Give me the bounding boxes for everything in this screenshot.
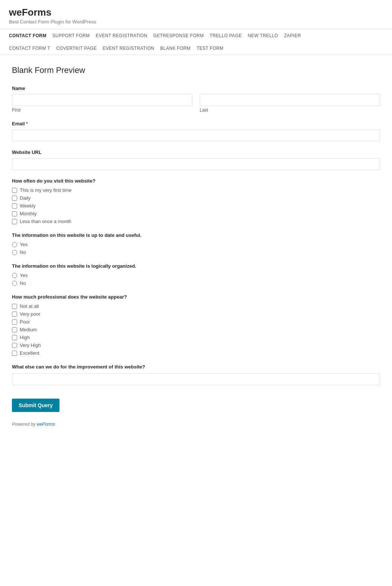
nav-item-new-trello[interactable]: NEW TRELLO <box>248 29 284 42</box>
professional-option-0[interactable]: Not at all <box>12 303 380 309</box>
site-header: weForms Best Contact Form Plugin for Wor… <box>0 0 392 29</box>
powered-by: Powered by weForms <box>12 422 380 427</box>
first-name-input[interactable] <box>12 94 192 106</box>
improvement-group: What else can we do for the improvement … <box>12 364 380 385</box>
first-label: First <box>12 107 192 113</box>
last-label: Last <box>200 107 380 113</box>
improvement-input[interactable] <box>12 373 380 385</box>
visit-options: This is my very first timeDailyWeeklyMon… <box>12 187 380 224</box>
nav-item-contact-form[interactable]: CONTACT FORM <box>9 29 52 42</box>
submit-button[interactable]: Submit Query <box>12 399 60 412</box>
professional-question: How much professional does the website a… <box>12 294 380 300</box>
visit-option-1[interactable]: Daily <box>12 195 380 201</box>
nav-item-covertkit-page[interactable]: COVERTKIT PAGE <box>56 42 103 55</box>
visit-option-2[interactable]: Weekly <box>12 203 380 209</box>
form-page-title: Blank Form Preview <box>12 65 380 75</box>
uptodate-option-0[interactable]: Yes <box>12 242 380 247</box>
site-tagline: Best Contact Form Plugin for WordPress <box>9 19 383 25</box>
visit-option-0[interactable]: This is my very first time <box>12 187 380 193</box>
nav-bar: CONTACT FORMSUPPORT FORMEVENT REGISTRATI… <box>0 29 392 55</box>
professional-option-3[interactable]: Medium <box>12 327 380 332</box>
professional-group: How much professional does the website a… <box>12 294 380 356</box>
professional-options: Not at allVery poorPoorMediumHighVery Hi… <box>12 303 380 356</box>
nav-row-1: CONTACT FORMSUPPORT FORMEVENT REGISTRATI… <box>9 29 383 42</box>
visit-frequency-group: How often do you visit this website? Thi… <box>12 178 380 224</box>
professional-option-1[interactable]: Very poor <box>12 311 380 317</box>
last-name-input[interactable] <box>200 94 380 106</box>
nav-item-event-registration[interactable]: EVENT REGISTRATION <box>103 42 160 55</box>
nav-row-2: CONTACT FORM TCOVERTKIT PAGEEVENT REGIST… <box>9 42 383 55</box>
uptodate-group: The information on this website is up to… <box>12 232 380 255</box>
nav-item-blank-form[interactable]: BLANK FORM <box>160 42 197 55</box>
visit-question: How often do you visit this website? <box>12 178 380 184</box>
nav-item-contact-form-t[interactable]: CONTACT FORM T <box>9 42 56 55</box>
email-label: Email* <box>12 121 380 126</box>
organized-question: The information on this website is logic… <box>12 263 380 269</box>
website-field-group: Website URL <box>12 149 380 170</box>
website-label: Website URL <box>12 149 380 155</box>
visit-option-3[interactable]: Monthly <box>12 211 380 216</box>
organized-options: YesNo <box>12 273 380 286</box>
nav-item-event-registration[interactable]: EVENT REGISTRATION <box>96 29 153 42</box>
required-marker: * <box>26 121 28 126</box>
organized-group: The information on this website is logic… <box>12 263 380 286</box>
name-row: First Last <box>12 94 380 113</box>
website-input[interactable] <box>12 158 380 170</box>
name-label: Name <box>12 86 380 91</box>
site-title: weForms <box>9 7 383 18</box>
professional-option-5[interactable]: Very High <box>12 342 380 348</box>
nav-item-getresponse-form[interactable]: GETRESPONSE FORM <box>153 29 210 42</box>
nav-item-zapier[interactable]: ZAPIER <box>284 29 307 42</box>
main-content: Blank Form Preview Name First Last Email… <box>0 55 392 442</box>
uptodate-options: YesNo <box>12 242 380 255</box>
organized-option-1[interactable]: No <box>12 280 380 286</box>
weforms-link[interactable]: weForms <box>37 422 55 427</box>
last-name-col: Last <box>200 94 380 113</box>
first-name-col: First <box>12 94 192 113</box>
improvement-question: What else can we do for the improvement … <box>12 364 380 370</box>
name-field-group: Name First Last <box>12 86 380 113</box>
email-field-group: Email* <box>12 121 380 141</box>
visit-option-4[interactable]: Less than once a month <box>12 219 380 224</box>
organized-option-0[interactable]: Yes <box>12 273 380 278</box>
uptodate-question: The information on this website is up to… <box>12 232 380 238</box>
uptodate-option-1[interactable]: No <box>12 249 380 255</box>
professional-option-4[interactable]: High <box>12 335 380 340</box>
nav-item-support-form[interactable]: SUPPORT FORM <box>52 29 96 42</box>
nav-item-test-form[interactable]: TEST FORM <box>196 42 229 55</box>
professional-option-2[interactable]: Poor <box>12 319 380 325</box>
nav-item-trello-page[interactable]: TRELLO PAGE <box>210 29 248 42</box>
email-input[interactable] <box>12 129 380 141</box>
professional-option-6[interactable]: Excellent <box>12 350 380 356</box>
